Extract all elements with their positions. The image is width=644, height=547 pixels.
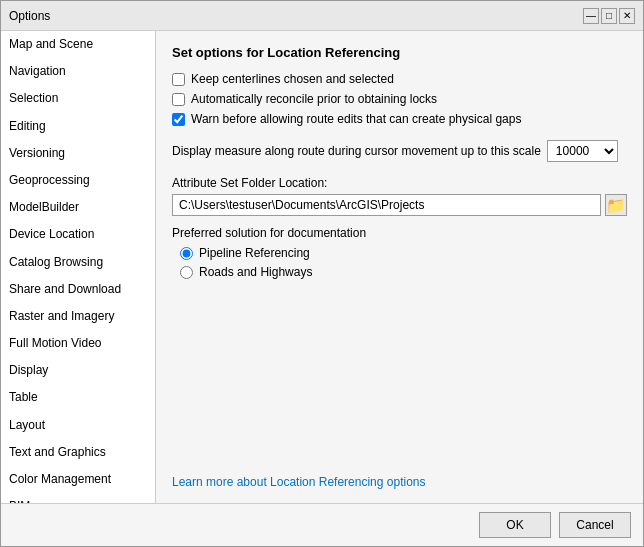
- sidebar-item-device-location[interactable]: Device Location: [1, 221, 155, 248]
- sidebar-item-text-and-graphics[interactable]: Text and Graphics: [1, 439, 155, 466]
- sidebar-item-map-and-scene[interactable]: Map and Scene: [1, 31, 155, 58]
- sidebar: Map and Scene Navigation Selection Editi…: [1, 31, 156, 503]
- checkbox-keep-centerlines[interactable]: [172, 73, 185, 86]
- checkbox-label-warn-before: Warn before allowing route edits that ca…: [191, 112, 521, 126]
- folder-row: 📁: [172, 194, 627, 216]
- scale-label: Display measure along route during curso…: [172, 144, 541, 158]
- sidebar-item-editing[interactable]: Editing: [1, 113, 155, 140]
- sidebar-item-catalog-browsing[interactable]: Catalog Browsing: [1, 249, 155, 276]
- close-button[interactable]: ✕: [619, 8, 635, 24]
- title-bar-controls: — □ ✕: [583, 8, 635, 24]
- checkbox-row-3: Warn before allowing route edits that ca…: [172, 112, 627, 126]
- learn-more-link[interactable]: Learn more about Location Referencing op…: [172, 455, 627, 489]
- radio-pipeline[interactable]: [180, 247, 193, 260]
- sidebar-item-layout[interactable]: Layout: [1, 412, 155, 439]
- checkbox-warn-before[interactable]: [172, 113, 185, 126]
- sidebar-item-color-management[interactable]: Color Management: [1, 466, 155, 493]
- checkbox-row-2: Automatically reconcile prior to obtaini…: [172, 92, 627, 106]
- minimize-button[interactable]: —: [583, 8, 599, 24]
- radio-label-roads: Roads and Highways: [199, 265, 312, 279]
- main-content: Set options for Location Referencing Kee…: [156, 31, 643, 503]
- radio-label-pipeline: Pipeline Referencing: [199, 246, 310, 260]
- sidebar-item-full-motion-video[interactable]: Full Motion Video: [1, 330, 155, 357]
- radio-row-pipeline: Pipeline Referencing: [180, 246, 627, 260]
- folder-label: Attribute Set Folder Location:: [172, 176, 627, 190]
- dialog-title: Options: [9, 9, 50, 23]
- options-dialog: Options — □ ✕ Map and Scene Navigation S…: [0, 0, 644, 547]
- sidebar-item-display[interactable]: Display: [1, 357, 155, 384]
- scale-row: Display measure along route during curso…: [172, 140, 627, 162]
- sidebar-item-bim[interactable]: BIM: [1, 493, 155, 503]
- title-bar: Options — □ ✕: [1, 1, 643, 31]
- checkbox-reconcile[interactable]: [172, 93, 185, 106]
- checkbox-row-1: Keep centerlines chosen and selected: [172, 72, 627, 86]
- sidebar-item-versioning[interactable]: Versioning: [1, 140, 155, 167]
- checkbox-label-keep-centerlines: Keep centerlines chosen and selected: [191, 72, 394, 86]
- dialog-footer: OK Cancel: [1, 503, 643, 546]
- radio-roads[interactable]: [180, 266, 193, 279]
- sidebar-item-raster-and-imagery[interactable]: Raster and Imagery: [1, 303, 155, 330]
- radio-row-roads: Roads and Highways: [180, 265, 627, 279]
- cancel-button[interactable]: Cancel: [559, 512, 631, 538]
- dialog-body: Map and Scene Navigation Selection Editi…: [1, 31, 643, 503]
- folder-input[interactable]: [172, 194, 601, 216]
- sidebar-item-share-and-download[interactable]: Share and Download: [1, 276, 155, 303]
- scale-select[interactable]: 10000 1000 5000 25000 50000 100000: [547, 140, 618, 162]
- sidebar-item-selection[interactable]: Selection: [1, 85, 155, 112]
- sidebar-item-table[interactable]: Table: [1, 384, 155, 411]
- preferred-label: Preferred solution for documentation: [172, 226, 627, 240]
- folder-browse-button[interactable]: 📁: [605, 194, 627, 216]
- section-title: Set options for Location Referencing: [172, 45, 627, 60]
- sidebar-item-navigation[interactable]: Navigation: [1, 58, 155, 85]
- folder-icon: 📁: [606, 196, 626, 215]
- ok-button[interactable]: OK: [479, 512, 551, 538]
- restore-button[interactable]: □: [601, 8, 617, 24]
- sidebar-item-geoprocessing[interactable]: Geoprocessing: [1, 167, 155, 194]
- sidebar-item-modelbuilder[interactable]: ModelBuilder: [1, 194, 155, 221]
- checkbox-label-reconcile: Automatically reconcile prior to obtaini…: [191, 92, 437, 106]
